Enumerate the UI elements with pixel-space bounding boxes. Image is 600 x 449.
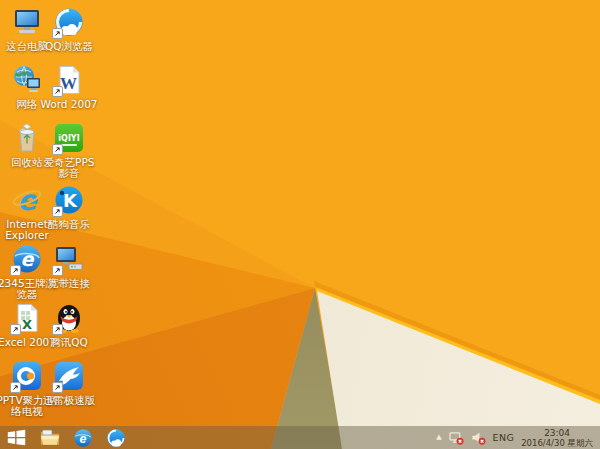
- icon-label: QQ浏览器: [45, 41, 93, 52]
- system-tray: ▲ ENG 23:04 2016/4/30 星期六: [436, 426, 600, 449]
- svg-text:K: K: [63, 190, 78, 211]
- file-explorer-icon: [40, 429, 60, 446]
- broadband-icon: [53, 243, 85, 275]
- clock-date: 2016/4/30 星期六: [521, 438, 593, 448]
- shortcut-arrow-badge: [10, 382, 21, 393]
- iqiyi-icon: iQIYI: [53, 122, 85, 154]
- shortcut-arrow-badge: [52, 265, 63, 276]
- windows-logo-icon: [7, 428, 26, 447]
- kugou-icon: K: [53, 184, 85, 216]
- desktop-icon-xunlei-speed[interactable]: 迅雷极速版: [37, 360, 101, 406]
- desktop-icon-kugou-music[interactable]: K 酷狗音乐: [37, 184, 101, 230]
- icon-label: 爱奇艺PPS 影音: [37, 157, 101, 179]
- taskbar-qq-browser-button[interactable]: [99, 426, 132, 449]
- svg-text:X: X: [22, 317, 32, 332]
- clock-time: 23:04: [521, 428, 593, 438]
- show-hidden-icons-button[interactable]: ▲: [436, 434, 441, 442]
- desktop-icon-iqiyi-pps[interactable]: iQIYI 爱奇艺PPS 影音: [37, 122, 101, 179]
- svg-text:e: e: [79, 431, 86, 445]
- desktop-icon-qq-browser[interactable]: QQ浏览器: [37, 6, 101, 52]
- icon-label: 腾讯QQ: [50, 337, 88, 348]
- icon-label: 酷狗音乐: [48, 219, 90, 230]
- shortcut-arrow-badge: [52, 144, 63, 155]
- word-icon: W: [53, 64, 85, 96]
- desktop-icon-broadband-connection[interactable]: 宽带连接: [37, 243, 101, 289]
- desktop: 这台电脑 QQ浏览器 网络 W Word 2007: [0, 0, 600, 449]
- qq-penguin-icon: [53, 302, 85, 334]
- start-button[interactable]: [0, 426, 33, 449]
- language-indicator[interactable]: ENG: [493, 432, 515, 443]
- internet-explorer-icon: e: [73, 428, 93, 448]
- shortcut-arrow-badge: [10, 265, 21, 276]
- icon-label: 迅雷极速版: [43, 395, 96, 406]
- desktop-icon-tencent-qq[interactable]: 腾讯QQ: [37, 302, 101, 348]
- shortcut-arrow-badge: [52, 86, 63, 97]
- svg-text:iQIYI: iQIYI: [58, 134, 79, 143]
- icon-label: 宽带连接: [48, 278, 90, 289]
- xunlei-icon: [53, 360, 85, 392]
- desktop-icon-word-2007[interactable]: W Word 2007: [37, 64, 101, 110]
- shortcut-arrow-badge: [10, 324, 21, 335]
- taskbar: e ▲: [0, 426, 600, 449]
- taskbar-internet-explorer-button[interactable]: e: [66, 426, 99, 449]
- shortcut-arrow-badge: [52, 28, 63, 39]
- network-disconnected-icon[interactable]: [449, 431, 464, 445]
- qq-browser-icon: [53, 6, 85, 38]
- icon-label: Word 2007: [40, 99, 97, 110]
- icon-label: 网络: [17, 99, 38, 110]
- taskbar-file-explorer-button[interactable]: [33, 426, 66, 449]
- shortcut-arrow-badge: [52, 382, 63, 393]
- taskbar-clock[interactable]: 23:04 2016/4/30 星期六: [521, 428, 593, 448]
- svg-text:e: e: [21, 248, 35, 270]
- shortcut-arrow-badge: [52, 206, 63, 217]
- volume-muted-icon[interactable]: [471, 431, 486, 445]
- qq-browser-icon: [106, 428, 126, 448]
- shortcut-arrow-badge: [52, 324, 63, 335]
